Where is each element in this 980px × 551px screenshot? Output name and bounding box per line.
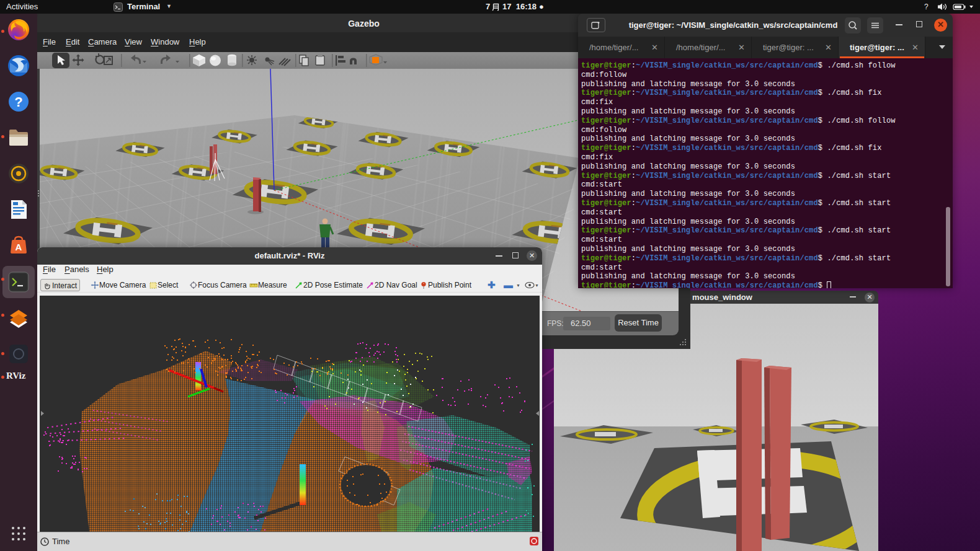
svg-text:A: A bbox=[16, 242, 22, 252]
svg-text:?: ? bbox=[924, 2, 929, 11]
svg-text:?: ? bbox=[14, 94, 22, 110]
